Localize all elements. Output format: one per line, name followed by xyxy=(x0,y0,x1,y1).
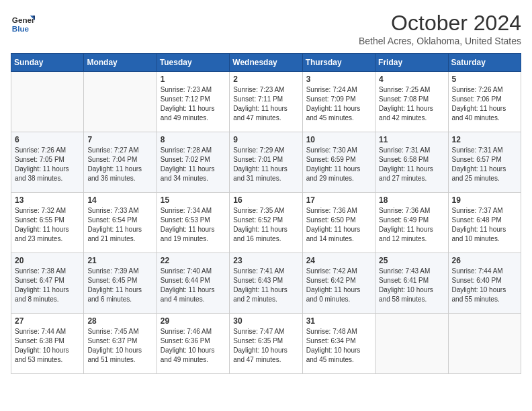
day-number: 12 xyxy=(452,135,517,144)
calendar-cell: 24Sunrise: 7:42 AM Sunset: 6:42 PM Dayli… xyxy=(302,253,375,314)
calendar-table: SundayMondayTuesdayWednesdayThursdayFrid… xyxy=(11,53,521,374)
calendar-cell: 26Sunrise: 7:44 AM Sunset: 6:40 PM Dayli… xyxy=(448,253,521,314)
calendar-week-4: 20Sunrise: 7:38 AM Sunset: 6:47 PM Dayli… xyxy=(11,253,521,314)
header: General Blue October 2024 Bethel Acres, … xyxy=(11,11,521,46)
calendar-cell: 1Sunrise: 7:23 AM Sunset: 7:12 PM Daylig… xyxy=(157,72,229,132)
calendar-cell: 13Sunrise: 7:32 AM Sunset: 6:55 PM Dayli… xyxy=(11,193,84,253)
calendar-cell: 23Sunrise: 7:41 AM Sunset: 6:43 PM Dayli… xyxy=(230,253,302,314)
day-info: Sunrise: 7:23 AM Sunset: 7:11 PM Dayligh… xyxy=(233,85,298,123)
calendar-cell: 31Sunrise: 7:48 AM Sunset: 6:34 PM Dayli… xyxy=(302,314,375,374)
calendar-week-3: 13Sunrise: 7:32 AM Sunset: 6:55 PM Dayli… xyxy=(11,193,521,253)
calendar-cell: 21Sunrise: 7:39 AM Sunset: 6:45 PM Dayli… xyxy=(84,253,157,314)
calendar-cell: 2Sunrise: 7:23 AM Sunset: 7:11 PM Daylig… xyxy=(230,72,302,132)
logo: General Blue xyxy=(11,11,35,35)
calendar-cell: 9Sunrise: 7:29 AM Sunset: 7:01 PM Daylig… xyxy=(230,132,302,193)
day-info: Sunrise: 7:24 AM Sunset: 7:09 PM Dayligh… xyxy=(306,85,371,123)
calendar-cell: 15Sunrise: 7:34 AM Sunset: 6:53 PM Dayli… xyxy=(157,193,229,253)
day-number: 3 xyxy=(306,75,371,84)
day-number: 4 xyxy=(379,75,444,84)
day-info: Sunrise: 7:33 AM Sunset: 6:54 PM Dayligh… xyxy=(87,206,152,244)
calendar-cell: 20Sunrise: 7:38 AM Sunset: 6:47 PM Dayli… xyxy=(11,253,84,314)
day-info: Sunrise: 7:23 AM Sunset: 7:12 PM Dayligh… xyxy=(161,85,226,123)
day-number: 21 xyxy=(87,256,152,265)
calendar-week-5: 27Sunrise: 7:44 AM Sunset: 6:38 PM Dayli… xyxy=(11,314,521,374)
day-info: Sunrise: 7:46 AM Sunset: 6:36 PM Dayligh… xyxy=(161,327,226,365)
day-info: Sunrise: 7:44 AM Sunset: 6:38 PM Dayligh… xyxy=(15,327,80,365)
day-number: 30 xyxy=(233,316,298,326)
calendar-cell: 17Sunrise: 7:36 AM Sunset: 6:50 PM Dayli… xyxy=(302,193,375,253)
calendar-cell xyxy=(375,314,448,374)
day-info: Sunrise: 7:38 AM Sunset: 6:47 PM Dayligh… xyxy=(15,267,80,304)
day-info: Sunrise: 7:27 AM Sunset: 7:04 PM Dayligh… xyxy=(87,146,152,183)
calendar-week-2: 6Sunrise: 7:26 AM Sunset: 7:05 PM Daylig… xyxy=(11,132,521,193)
day-number: 19 xyxy=(452,195,517,205)
day-info: Sunrise: 7:34 AM Sunset: 6:53 PM Dayligh… xyxy=(161,206,226,244)
day-info: Sunrise: 7:36 AM Sunset: 6:49 PM Dayligh… xyxy=(379,206,444,244)
day-number: 6 xyxy=(15,135,80,144)
calendar-cell: 12Sunrise: 7:31 AM Sunset: 6:57 PM Dayli… xyxy=(448,132,521,193)
day-number: 7 xyxy=(87,135,152,144)
day-number: 1 xyxy=(161,75,226,84)
weekday-header-monday: Monday xyxy=(84,54,157,72)
day-number: 23 xyxy=(233,256,298,265)
day-number: 15 xyxy=(161,195,226,205)
day-number: 29 xyxy=(161,316,226,326)
weekday-header-thursday: Thursday xyxy=(302,54,375,72)
day-number: 26 xyxy=(452,256,517,265)
weekday-header-friday: Friday xyxy=(375,54,448,72)
day-info: Sunrise: 7:30 AM Sunset: 6:59 PM Dayligh… xyxy=(306,146,371,183)
day-number: 13 xyxy=(15,195,80,205)
calendar-cell: 16Sunrise: 7:35 AM Sunset: 6:52 PM Dayli… xyxy=(230,193,302,253)
weekday-header-row: SundayMondayTuesdayWednesdayThursdayFrid… xyxy=(11,54,521,72)
day-info: Sunrise: 7:42 AM Sunset: 6:42 PM Dayligh… xyxy=(306,267,371,304)
svg-text:Blue: Blue xyxy=(12,24,30,33)
calendar-cell xyxy=(84,72,157,132)
day-info: Sunrise: 7:39 AM Sunset: 6:45 PM Dayligh… xyxy=(87,267,152,304)
day-info: Sunrise: 7:26 AM Sunset: 7:05 PM Dayligh… xyxy=(15,146,80,183)
calendar-cell xyxy=(448,314,521,374)
day-info: Sunrise: 7:32 AM Sunset: 6:55 PM Dayligh… xyxy=(15,206,80,244)
calendar-cell: 29Sunrise: 7:46 AM Sunset: 6:36 PM Dayli… xyxy=(157,314,229,374)
day-number: 5 xyxy=(452,75,517,84)
day-info: Sunrise: 7:35 AM Sunset: 6:52 PM Dayligh… xyxy=(233,206,298,244)
day-info: Sunrise: 7:31 AM Sunset: 6:58 PM Dayligh… xyxy=(379,146,444,183)
calendar-cell: 28Sunrise: 7:45 AM Sunset: 6:37 PM Dayli… xyxy=(84,314,157,374)
day-number: 10 xyxy=(306,135,371,144)
day-number: 25 xyxy=(379,256,444,265)
calendar-cell xyxy=(11,72,84,132)
calendar-cell: 3Sunrise: 7:24 AM Sunset: 7:09 PM Daylig… xyxy=(302,72,375,132)
day-number: 17 xyxy=(306,195,371,205)
day-info: Sunrise: 7:43 AM Sunset: 6:41 PM Dayligh… xyxy=(379,267,444,304)
day-info: Sunrise: 7:45 AM Sunset: 6:37 PM Dayligh… xyxy=(87,327,152,365)
day-info: Sunrise: 7:47 AM Sunset: 6:35 PM Dayligh… xyxy=(233,327,298,365)
day-number: 2 xyxy=(233,75,298,84)
calendar-cell: 25Sunrise: 7:43 AM Sunset: 6:41 PM Dayli… xyxy=(375,253,448,314)
day-number: 31 xyxy=(306,316,371,326)
calendar-cell: 5Sunrise: 7:26 AM Sunset: 7:06 PM Daylig… xyxy=(448,72,521,132)
title-area: October 2024 Bethel Acres, Oklahoma, Uni… xyxy=(359,11,521,46)
logo-icon: General Blue xyxy=(11,11,35,35)
day-info: Sunrise: 7:44 AM Sunset: 6:40 PM Dayligh… xyxy=(452,267,517,304)
day-number: 28 xyxy=(87,316,152,326)
calendar-cell: 4Sunrise: 7:25 AM Sunset: 7:08 PM Daylig… xyxy=(375,72,448,132)
calendar-cell: 27Sunrise: 7:44 AM Sunset: 6:38 PM Dayli… xyxy=(11,314,84,374)
day-number: 24 xyxy=(306,256,371,265)
calendar-cell: 10Sunrise: 7:30 AM Sunset: 6:59 PM Dayli… xyxy=(302,132,375,193)
day-number: 14 xyxy=(87,195,152,205)
location-title: Bethel Acres, Oklahoma, United States xyxy=(359,36,521,46)
day-info: Sunrise: 7:36 AM Sunset: 6:50 PM Dayligh… xyxy=(306,206,371,244)
day-number: 9 xyxy=(233,135,298,144)
weekday-header-tuesday: Tuesday xyxy=(157,54,229,72)
calendar-cell: 19Sunrise: 7:37 AM Sunset: 6:48 PM Dayli… xyxy=(448,193,521,253)
day-number: 20 xyxy=(15,256,80,265)
day-number: 11 xyxy=(379,135,444,144)
calendar-cell: 6Sunrise: 7:26 AM Sunset: 7:05 PM Daylig… xyxy=(11,132,84,193)
day-number: 8 xyxy=(161,135,226,144)
day-info: Sunrise: 7:31 AM Sunset: 6:57 PM Dayligh… xyxy=(452,146,517,183)
day-info: Sunrise: 7:40 AM Sunset: 6:44 PM Dayligh… xyxy=(161,267,226,304)
day-info: Sunrise: 7:26 AM Sunset: 7:06 PM Dayligh… xyxy=(452,85,517,123)
day-info: Sunrise: 7:48 AM Sunset: 6:34 PM Dayligh… xyxy=(306,327,371,365)
calendar-cell: 8Sunrise: 7:28 AM Sunset: 7:02 PM Daylig… xyxy=(157,132,229,193)
calendar-cell: 7Sunrise: 7:27 AM Sunset: 7:04 PM Daylig… xyxy=(84,132,157,193)
weekday-header-saturday: Saturday xyxy=(448,54,521,72)
